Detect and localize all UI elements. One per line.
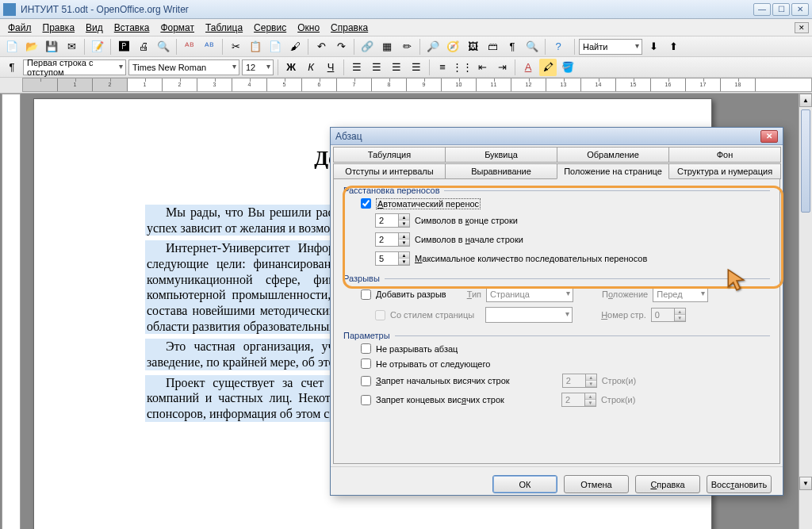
menu-table[interactable]: Таблица [201, 21, 247, 35]
tab-background[interactable]: Фон [668, 147, 781, 163]
tab-alignment[interactable]: Выравнивание [445, 163, 557, 179]
increase-indent-icon[interactable]: ⇥ [493, 59, 511, 76]
paragraph-dialog: Абзац ✕ Табуляция Буквица Обрамление Фон… [330, 127, 783, 496]
chars-end-spinner[interactable]: 2▲▼ [375, 213, 410, 228]
numbered-list-icon[interactable]: ≡ [434, 59, 451, 76]
table-icon[interactable]: ▦ [378, 38, 396, 56]
ok-button[interactable]: ОК [492, 475, 557, 493]
menu-file[interactable]: Файл [3, 21, 36, 35]
italic-icon[interactable]: К [302, 59, 320, 76]
break-type-label: Тип [467, 289, 481, 299]
widow-checkbox[interactable] [361, 395, 371, 405]
hyperlink-icon[interactable]: 🔗 [358, 38, 376, 56]
align-right-icon[interactable]: ☰ [388, 59, 405, 76]
edit-icon[interactable]: 📝 [89, 38, 106, 56]
max-hyphens-label: Максимальное количество последовательных… [415, 254, 647, 263]
save-icon[interactable]: 💾 [43, 38, 60, 56]
keep-together-checkbox[interactable] [361, 343, 371, 354]
group-options: Параметры [342, 331, 772, 340]
add-break-checkbox[interactable] [361, 289, 371, 300]
menu-edit[interactable]: Правка [38, 21, 80, 35]
tab-numbering[interactable]: Структура и нумерация [668, 163, 781, 179]
menu-view[interactable]: Вид [81, 21, 108, 35]
print-preview-icon[interactable]: 🔍 [155, 38, 172, 56]
copy-icon[interactable]: 📋 [247, 38, 264, 56]
help-button[interactable]: Справка [635, 475, 700, 493]
scroll-down-icon: ▼ [799, 477, 812, 490]
menu-format[interactable]: Формат [155, 21, 199, 35]
cut-icon[interactable]: ✂ [227, 38, 244, 56]
spellcheck-icon[interactable]: ᴬᴮ [181, 38, 198, 56]
keep-together-label: Не разрывать абзац [376, 344, 458, 354]
datasources-icon[interactable]: 🗃 [484, 38, 501, 56]
close-button[interactable]: ✕ [791, 3, 809, 16]
tab-tabulation[interactable]: Табуляция [333, 147, 446, 163]
max-hyphens-spinner[interactable]: 5▲▼ [375, 251, 410, 266]
bulleted-list-icon[interactable]: ⋮⋮ [454, 59, 471, 76]
maximize-button[interactable]: ☐ [772, 3, 790, 16]
redo-icon[interactable]: ↷ [332, 38, 350, 56]
paragraph-style-combo[interactable]: Первая строка с отступом [23, 59, 126, 75]
tab-dropcap[interactable]: Буквица [445, 147, 557, 163]
minimize-button[interactable]: — [753, 3, 771, 16]
highlight-icon[interactable]: 🖍 [539, 59, 557, 76]
find-next-icon[interactable]: ⬇ [645, 38, 662, 56]
dialog-close-button[interactable]: ✕ [760, 130, 778, 143]
find-prev-icon[interactable]: ⬆ [665, 38, 682, 56]
menu-help[interactable]: Справка [326, 21, 373, 35]
underline-icon[interactable]: Ч [322, 59, 339, 76]
undo-icon[interactable]: ↶ [312, 38, 330, 56]
cancel-button[interactable]: Отмена [564, 475, 629, 493]
show-draw-icon[interactable]: ✏ [398, 38, 416, 56]
open-icon[interactable]: 📂 [23, 38, 40, 56]
add-break-label: Добавить разрыв [376, 289, 446, 299]
doc-close-button[interactable]: ✕ [795, 22, 809, 33]
nonprint-icon[interactable]: ¶ [504, 38, 521, 56]
vertical-ruler[interactable] [2, 94, 21, 529]
menu-tools[interactable]: Сервис [249, 21, 291, 35]
keep-next-label: Не отрывать от следующего [376, 359, 490, 369]
widow-spinner: 2▲▼ [561, 393, 596, 407]
keep-next-checkbox[interactable] [361, 358, 371, 369]
background-icon[interactable]: 🪣 [559, 59, 576, 76]
bold-icon[interactable]: Ж [282, 59, 300, 76]
gallery-icon[interactable]: 🖼 [464, 38, 481, 56]
find-combo[interactable]: Найти [579, 39, 642, 55]
navigator-icon[interactable]: 🧭 [444, 38, 462, 56]
paste-icon[interactable]: 📄 [266, 38, 284, 56]
font-color-icon[interactable]: A [519, 59, 537, 76]
align-left-icon[interactable]: ☰ [348, 59, 366, 76]
app-icon [3, 3, 16, 16]
format-paintbrush-icon[interactable]: 🖌 [286, 38, 304, 56]
email-icon[interactable]: ✉ [63, 38, 80, 56]
orphan-checkbox[interactable] [361, 376, 371, 386]
auto-hyphen-checkbox[interactable] [361, 198, 371, 209]
styles-icon[interactable]: ¶ [3, 59, 21, 76]
find-icon[interactable]: 🔎 [424, 38, 442, 56]
new-icon[interactable]: 📄 [3, 38, 21, 56]
menu-window[interactable]: Окно [293, 21, 324, 35]
align-justify-icon[interactable]: ☰ [408, 59, 425, 76]
dialog-titlebar[interactable]: Абзац ✕ [331, 128, 783, 145]
break-pos-label: Положение [602, 289, 648, 299]
vertical-scrollbar[interactable]: ▲ ▼ [799, 94, 812, 529]
export-pdf-icon[interactable]: 🅿 [115, 38, 132, 56]
chars-start-spinner[interactable]: 2▲▼ [375, 232, 410, 247]
menu-insert[interactable]: Вставка [109, 21, 155, 35]
horizontal-ruler[interactable]: 1 2 123 456 789 101112 131415 161718 [22, 78, 812, 92]
reset-button[interactable]: Восстановить [707, 475, 772, 493]
tab-textflow[interactable]: Положение на странице [557, 163, 669, 179]
tab-indents[interactable]: Отступы и интервалы [333, 163, 446, 179]
decrease-indent-icon[interactable]: ⇤ [473, 59, 491, 76]
tab-border[interactable]: Обрамление [557, 147, 669, 163]
page-num-spinner: 0▲▼ [651, 308, 686, 322]
font-size-combo[interactable]: 12 [242, 59, 274, 75]
font-name-combo[interactable]: Times New Roman [128, 59, 239, 75]
zoom-icon[interactable]: 🔍 [523, 38, 541, 56]
help-icon[interactable]: ? [550, 38, 567, 56]
print-icon[interactable]: 🖨 [135, 38, 152, 56]
widow-label: Запрет концевых висячих строк [376, 395, 504, 404]
auto-spellcheck-icon[interactable]: ᴬᴮ [201, 38, 218, 56]
dialog-title: Абзац [335, 131, 362, 142]
align-center-icon[interactable]: ☰ [368, 59, 385, 76]
